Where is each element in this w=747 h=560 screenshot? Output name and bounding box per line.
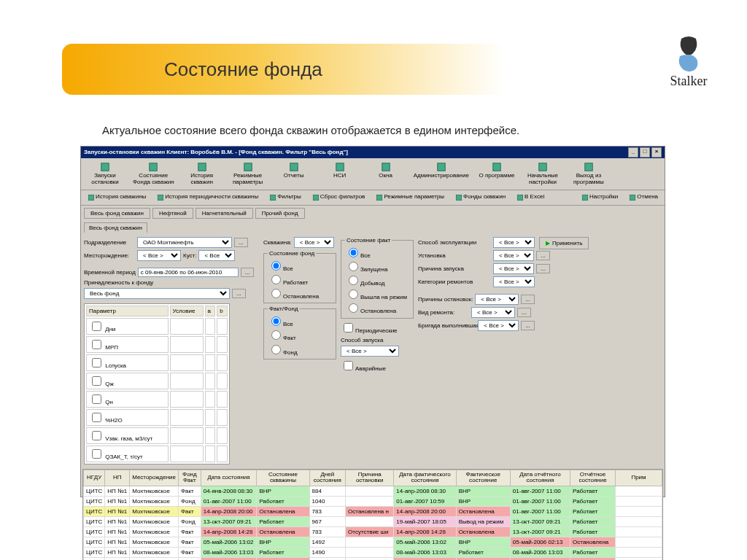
svg-rect-1	[150, 163, 158, 171]
podrazd-select[interactable]: ОАО Мохтикнефть	[137, 237, 232, 248]
sub-toolbar: История скважиныИстория периодичности ск…	[81, 190, 665, 206]
svg-rect-15	[377, 195, 383, 201]
svg-rect-9	[539, 163, 547, 171]
toolbar-button[interactable]: Режимные параметры	[371, 192, 449, 203]
filter-tab[interactable]: Весь фонд скважин	[84, 208, 150, 219]
table-row[interactable]: ЦИТСНП №1МохтиковскоеФакт14-апр-2008 20:…	[84, 507, 662, 517]
main-toolbar: ЗапускиостановкиСостояниеФонда скважинИс…	[81, 158, 665, 190]
toolbar-button[interactable]: Фильтры	[264, 192, 306, 203]
table-row[interactable]: ЦИТСНП №1МохтиковскоеФонд01-авг-2007 11:…	[84, 497, 662, 507]
prinad-select[interactable]: Весь фонд	[84, 288, 230, 299]
toolbar-button[interactable]: Историяскважин	[179, 160, 225, 188]
app-window: Запуски-остановки скважин Клиент: Воробь…	[80, 146, 665, 497]
fund-filter-tabs: Весь фонд скважинНефтянойНагнетательныйП…	[81, 206, 665, 221]
toolbar-button[interactable]: Сброс фильтров	[307, 192, 371, 203]
svg-rect-18	[582, 195, 588, 201]
svg-rect-8	[493, 163, 501, 171]
minimize-icon[interactable]: _	[628, 147, 638, 158]
maximize-icon[interactable]: □	[640, 147, 650, 158]
data-tab[interactable]: Весь фонд скважин	[84, 222, 147, 233]
svg-rect-12	[158, 195, 164, 201]
table-row[interactable]: ЦИТСНП №1МохтиковскоеФакт04-янв-2008 08:…	[84, 486, 662, 497]
toolbar-button[interactable]: История скважины	[82, 192, 151, 203]
svg-rect-14	[313, 195, 319, 201]
sost-fond-group: Состояние фонд Все Работает Остановлена	[263, 250, 336, 304]
spz-select[interactable]: < Все >	[341, 346, 399, 357]
toolbar-button[interactable]: О программе	[474, 160, 519, 188]
table-row[interactable]: ЦИТСНП №1МохтиковскоеФакт14-апр-2008 14:…	[84, 527, 662, 537]
svg-rect-19	[630, 195, 636, 201]
svg-rect-16	[456, 195, 462, 201]
period-input[interactable]	[138, 268, 239, 277]
param-table[interactable]: ПараметрУсловиеab Дни МРП Lспуска Qж Qн …	[84, 303, 230, 464]
slide-title-bar: Состояние фонда	[62, 44, 529, 95]
filter-tab[interactable]: Нагнетательный	[196, 208, 253, 219]
sost-fact-group: Состояние факт Все Запущена Добывод Вышл…	[341, 237, 414, 319]
data-grid[interactable]: НГДУНПМесторождениеФонд ФактДата состоян…	[82, 469, 663, 560]
svg-rect-6	[382, 163, 390, 171]
table-row[interactable]: ЦИТСНП №1МохтиковскоеФонд13-окт-2007 09:…	[84, 517, 662, 527]
toolbar-button[interactable]: Окна	[363, 160, 409, 188]
toolbar-button[interactable]: История периодичности скважины	[152, 192, 263, 203]
toolbar-button[interactable]: Отмена	[624, 192, 663, 203]
window-titlebar: Запуски-остановки скважин Клиент: Воробь…	[81, 147, 665, 158]
faktfond-group: Факт/Фонд Все Факт Фонд	[263, 306, 336, 359]
ellipsis-button[interactable]: ...	[234, 238, 248, 247]
svg-rect-11	[88, 195, 94, 201]
skv-select[interactable]: < Все >	[294, 237, 334, 248]
svg-rect-2	[198, 163, 206, 171]
svg-rect-10	[585, 163, 593, 171]
svg-rect-17	[517, 195, 523, 201]
svg-rect-7	[438, 163, 446, 171]
logo: Stalker	[659, 33, 718, 98]
table-row[interactable]: ЦИТСНП №1МохтиковскоеФакт05-май-2006 13:…	[84, 537, 662, 548]
filter-tab[interactable]: Нефтяной	[152, 208, 193, 219]
slide-title: Состояние фонда	[164, 58, 322, 81]
toolbar-button[interactable]: Начальныенастройки	[520, 160, 565, 188]
toolbar-button[interactable]: Администрирование	[409, 160, 473, 188]
close-icon[interactable]: ×	[651, 147, 662, 158]
svg-rect-4	[290, 163, 298, 171]
filter-tab[interactable]: Прочий фонд	[255, 208, 305, 219]
toolbar-button[interactable]: Режимныепараметры	[225, 160, 271, 188]
svg-rect-5	[336, 163, 344, 171]
window-title: Запуски-остановки скважин Клиент: Воробь…	[84, 147, 348, 158]
toolbar-button[interactable]: Настройки	[576, 192, 623, 203]
toolbar-button[interactable]: Фонды скважин	[450, 192, 511, 203]
toolbar-button[interactable]: В Excel	[511, 192, 549, 203]
toolbar-button[interactable]: Отчеты	[271, 160, 317, 188]
toolbar-button[interactable]: Выход изпрограммы	[566, 160, 611, 188]
toolbar-button[interactable]: СостояниеФонда скважин	[128, 160, 179, 188]
toolbar-button[interactable]: НСИ	[317, 160, 363, 188]
svg-rect-13	[270, 195, 276, 201]
svg-rect-3	[244, 163, 252, 171]
svg-rect-0	[101, 163, 109, 171]
slide-subtitle: Актуальное состояние всего фонда скважин…	[102, 124, 519, 136]
table-row[interactable]: ЦИТСНП №1МохтиковскоеФакт08-май-2006 13:…	[84, 548, 662, 558]
mestor-select[interactable]: < Все >	[137, 250, 181, 261]
toolbar-button[interactable]: Запускиостановки	[82, 160, 128, 188]
apply-button[interactable]: Применить	[539, 237, 589, 249]
filter-panel: ПодразделениеОАО Мохтикнефть... Месторож…	[81, 234, 665, 467]
kust-select[interactable]: < Все >	[198, 250, 235, 261]
